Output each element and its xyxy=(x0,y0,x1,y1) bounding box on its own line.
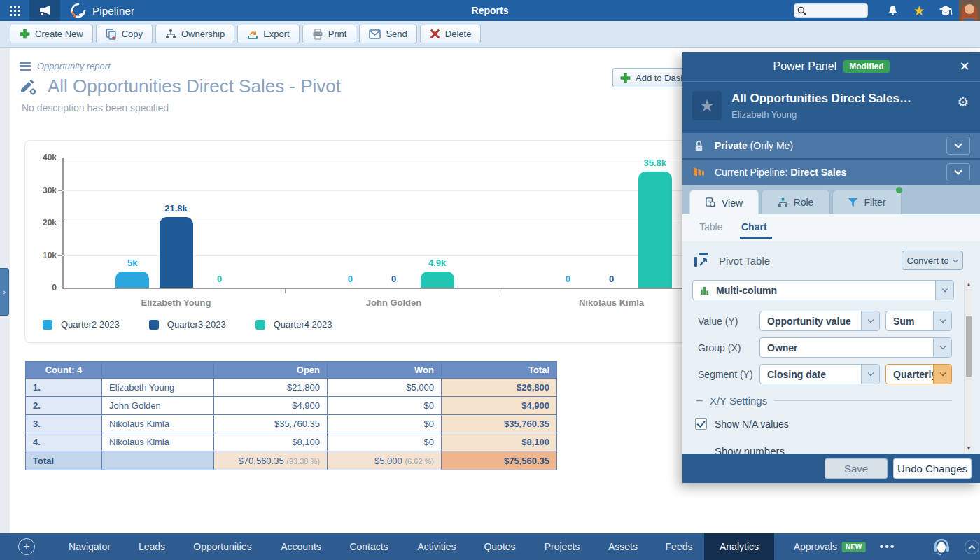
expand-side-panel-handle[interactable]: › xyxy=(0,268,9,316)
table-row[interactable]: 2.John Golden$4,900$0$4,900 xyxy=(26,397,557,415)
quick-add-button[interactable]: + xyxy=(18,538,35,555)
bar-quarter4-2023[interactable] xyxy=(638,172,672,288)
nav-item-quotes[interactable]: Quotes xyxy=(484,533,515,560)
announcements-megaphone-icon[interactable] xyxy=(29,0,60,21)
column-header: Open xyxy=(214,362,328,379)
chart-legend: Quarter2 2023Quarter3 2023Quarter4 2023 xyxy=(43,319,332,330)
lock-icon xyxy=(682,140,715,151)
favorites-star-icon[interactable]: ★ xyxy=(906,0,932,21)
multi-column-icon xyxy=(700,286,710,295)
privacy-dropdown-chevron[interactable] xyxy=(946,136,970,155)
ownership-button[interactable]: Ownership xyxy=(155,24,234,43)
column-header: Total xyxy=(442,362,557,379)
edit-settings-icon[interactable] xyxy=(20,78,38,95)
pipeline-dropdown-chevron[interactable] xyxy=(946,163,970,181)
modified-badge: Modified xyxy=(844,60,889,73)
show-na-checkbox[interactable] xyxy=(695,418,707,430)
scrollbar-thumb[interactable] xyxy=(966,316,972,377)
search-input[interactable] xyxy=(808,4,866,17)
subtab-chart[interactable]: Chart xyxy=(741,221,767,232)
power-panel-title: Power Panel xyxy=(773,60,836,73)
copy-button[interactable]: Copy xyxy=(96,24,153,43)
show-na-label: Show N/A values xyxy=(715,419,789,430)
apps-grid-icon[interactable] xyxy=(0,0,29,21)
x-category-label: John Golden xyxy=(324,298,464,308)
y-tick-label: 40k xyxy=(29,153,57,162)
segment-y-select[interactable]: Closing date xyxy=(760,364,880,384)
convert-to-button[interactable]: Convert to xyxy=(902,251,963,270)
y-tick-label: 20k xyxy=(29,218,57,227)
panel-scrollbar[interactable]: ▲ ▼ xyxy=(964,280,972,454)
delete-button[interactable]: Delete xyxy=(420,24,482,43)
search-box[interactable] xyxy=(794,4,868,18)
tab-view[interactable]: View xyxy=(690,190,759,215)
brand-name: Pipeliner xyxy=(92,5,134,17)
tab-filter[interactable]: Filter xyxy=(832,190,902,214)
report-list-icon xyxy=(20,62,31,71)
legend-item[interactable]: Quarter4 2023 xyxy=(255,319,332,330)
gear-icon[interactable]: ⚙ xyxy=(958,94,969,110)
support-headset-icon[interactable] xyxy=(932,537,951,559)
nav-item-feeds[interactable]: Feeds xyxy=(666,533,693,560)
bar-value-label: 4.9k xyxy=(413,258,462,268)
privacy-row[interactable]: Private (Only Me) xyxy=(682,133,980,158)
pipeliner-logo[interactable]: Pipeliner xyxy=(60,2,134,19)
create-new-button[interactable]: Create New xyxy=(10,24,93,43)
nav-item-activities[interactable]: Activities xyxy=(417,533,456,560)
table-row[interactable]: 3.Nikolaus Kimla$35,760.35$0$35,760.35 xyxy=(26,415,557,433)
scroll-up-arrow[interactable]: ▲ xyxy=(965,281,972,288)
notifications-bell-icon[interactable] xyxy=(879,0,906,21)
bar-quarter3-2023[interactable] xyxy=(160,217,193,288)
send-button[interactable]: Send xyxy=(359,24,416,43)
group-x-select[interactable]: Owner xyxy=(760,337,952,358)
undo-changes-button[interactable]: Undo Changes xyxy=(893,458,972,479)
close-icon[interactable]: ✕ xyxy=(956,58,973,75)
legend-swatch xyxy=(43,320,52,330)
quarterly-select[interactable]: Quarterly xyxy=(886,364,952,384)
bar-quarter2-2023[interactable] xyxy=(115,272,149,288)
collapse-nav-chevron[interactable] xyxy=(965,540,979,554)
export-button[interactable]: Export xyxy=(237,24,300,43)
legend-item[interactable]: Quarter2 2023 xyxy=(43,319,120,330)
xy-settings-section[interactable]: –X/Y Settings xyxy=(696,394,952,407)
nav-item-analytics[interactable]: Analytics xyxy=(704,533,774,560)
nav-item-accounts[interactable]: Accounts xyxy=(281,533,321,560)
nav-item-assets[interactable]: Assets xyxy=(608,533,638,560)
scroll-down-arrow[interactable]: ▼ xyxy=(965,445,972,452)
new-badge: NEW xyxy=(842,542,865,552)
sum-select[interactable]: Sum xyxy=(886,311,952,331)
nav-item-opportunities[interactable]: Opportunities xyxy=(193,533,251,560)
save-button[interactable]: Save xyxy=(825,458,888,479)
top-bar: Pipeliner Reports ★ xyxy=(0,0,980,21)
subtab-table[interactable]: Table xyxy=(699,221,722,232)
nav-item-navigator[interactable]: Navigator xyxy=(69,533,111,560)
bar-value-label: 0 xyxy=(326,274,374,284)
print-button[interactable]: Print xyxy=(302,24,357,43)
legend-item[interactable]: Quarter3 2023 xyxy=(149,319,226,330)
panel-tabs: View Role Filter xyxy=(682,185,980,214)
report-star-icon[interactable]: ★ xyxy=(692,91,722,120)
nav-item-approvals[interactable]: ApprovalsNEW xyxy=(794,533,866,560)
user-avatar[interactable] xyxy=(959,0,980,21)
pipeline-row[interactable]: Current Pipeline: Direct Sales xyxy=(682,160,980,185)
report-title: All Opportunities Direct Sales - Pivot xyxy=(48,76,341,97)
search-icon xyxy=(797,6,806,15)
bottom-navigation: + NavigatorLeadsOpportunitiesAccountsCon… xyxy=(0,533,980,560)
tab-role[interactable]: Role xyxy=(761,190,830,214)
chart-type-select[interactable]: Multi-column xyxy=(692,280,954,300)
learning-graduation-cap-icon[interactable] xyxy=(932,0,959,21)
ownership-orgtree-icon xyxy=(165,29,176,39)
legend-swatch xyxy=(149,320,159,330)
table-row[interactable]: 1.Elizabeth Young$21,800$5,000$26,800 xyxy=(26,379,557,397)
bar-value-label: 5k xyxy=(108,258,157,268)
bar-value-label: 21.8k xyxy=(152,203,201,214)
nav-item-projects[interactable]: Projects xyxy=(545,533,580,560)
bar-quarter4-2023[interactable] xyxy=(421,272,454,288)
more-menu-button[interactable]: ••• xyxy=(880,533,896,560)
nav-item-leads[interactable]: Leads xyxy=(139,533,165,560)
value-y-select[interactable]: Opportunity value xyxy=(760,311,880,331)
field-label: Value (Y) xyxy=(698,316,738,327)
table-row[interactable]: 4.Nikolaus Kimla$8,100$0$8,100 xyxy=(26,433,557,451)
delete-x-icon xyxy=(430,29,440,39)
nav-item-contacts[interactable]: Contacts xyxy=(349,533,388,560)
